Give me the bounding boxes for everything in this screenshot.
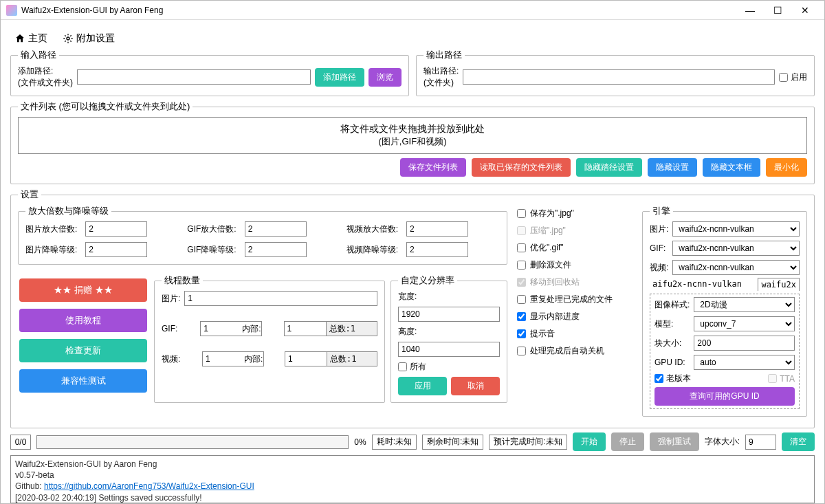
- image-denoise-spinner[interactable]: [85, 242, 147, 257]
- scale-denoise-group: 放大倍数与降噪等级 图片放大倍数: GIF放大倍数: 视频放大倍数: 图片降噪等…: [18, 205, 507, 265]
- eta: 预计完成时间:未知: [489, 435, 566, 450]
- drop-zone[interactable]: 将文件或文件夹拖拽并投放到此处 (图片,GIF和视频): [18, 117, 807, 154]
- tab-additional-settings[interactable]: 附加设置: [58, 31, 119, 46]
- gear-icon: [63, 33, 74, 44]
- donate-button[interactable]: ★★ 捐赠 ★★: [19, 278, 147, 302]
- progress-row: 0/0 0% 耗时:未知 剩余时间:未知 预计完成时间:未知 开始 停止 强制重…: [10, 432, 815, 451]
- engine-tab-2[interactable]: waifu2x: [758, 278, 800, 291]
- tab-home[interactable]: 主页: [10, 31, 52, 46]
- video-scale-spinner[interactable]: [406, 221, 468, 237]
- beep-checkbox[interactable]: 提示音: [517, 328, 632, 340]
- output-path-label: 输出路径: (文件夹): [424, 65, 459, 89]
- stop-button[interactable]: 停止: [611, 432, 644, 451]
- shutdown-checkbox[interactable]: 处理完成后自动关机: [517, 345, 632, 357]
- optimize-gif-checkbox[interactable]: 优化".gif": [517, 242, 632, 254]
- output-path-input[interactable]: [463, 69, 775, 85]
- github-link[interactable]: https://github.com/AaronFeng753/Waifu2x-…: [44, 481, 254, 491]
- show-internal-progress-checkbox[interactable]: 显示内部进度: [517, 311, 632, 322]
- compress-jpg-checkbox: 压缩".jpg": [517, 225, 632, 237]
- gif-scale-spinner[interactable]: [245, 221, 307, 237]
- window-title: Waifu2x-Extension-GUI by Aaron Feng: [21, 6, 736, 15]
- titlebar: Waifu2x-Extension-GUI by Aaron Feng — ☐ …: [1, 1, 824, 20]
- engine-group: 引擎 图片: waifu2x-ncnn-vulkan GIF: waifu2x-…: [642, 205, 807, 417]
- progress-count: 0/0: [10, 435, 31, 450]
- custom-res-apply-button[interactable]: 应用: [398, 377, 447, 395]
- custom-height-input[interactable]: [398, 342, 500, 357]
- reprocess-checkbox[interactable]: 重复处理已完成的文件: [517, 294, 632, 305]
- thread-count-group: 线程数量 图片: GIF: 内部: 总数:1: [154, 274, 385, 403]
- move-recycle-checkbox: 移动到回收站: [517, 276, 632, 288]
- minimize-button[interactable]: 最小化: [766, 158, 807, 177]
- image-style-select[interactable]: 2D动漫: [694, 297, 795, 312]
- video-denoise-spinner[interactable]: [406, 242, 468, 257]
- add-path-label: 添加路径: (文件或文件夹): [18, 65, 73, 89]
- settings-group: 设置 放大倍数与降噪等级 图片放大倍数: GIF放大倍数: 视频放大倍数: 图片…: [10, 188, 815, 428]
- app-icon: [6, 5, 17, 16]
- enable-output-checkbox[interactable]: 启用: [779, 72, 807, 83]
- hide-settings-button[interactable]: 隐藏设置: [648, 158, 697, 177]
- compat-test-button[interactable]: 兼容性测试: [19, 369, 147, 393]
- custom-width-input[interactable]: [398, 307, 500, 322]
- add-path-input[interactable]: [77, 69, 311, 85]
- gif-denoise-spinner[interactable]: [245, 242, 307, 257]
- tta-checkbox: TTA: [768, 374, 795, 384]
- log-output[interactable]: Waifu2x-Extension-GUI by Aaron Feng v0.5…: [10, 455, 815, 503]
- query-gpu-button[interactable]: 查询可用的GPU ID: [654, 387, 795, 406]
- engine-image-select[interactable]: waifu2x-ncnn-vulkan: [672, 221, 800, 237]
- main-tabs: 主页 附加设置: [10, 27, 815, 49]
- elapsed-time: 耗时:未知: [372, 435, 417, 450]
- close-window-button[interactable]: ✕: [791, 2, 819, 19]
- thread-image-spinner[interactable]: [184, 291, 377, 306]
- input-path-group: 输入路径 添加路径: (文件或文件夹) 添加路径 浏览: [10, 49, 409, 96]
- save-jpg-checkbox[interactable]: 保存为".jpg": [517, 208, 632, 219]
- check-update-button[interactable]: 检查更新: [19, 339, 147, 362]
- old-version-checkbox[interactable]: 老版本: [654, 373, 691, 384]
- file-list-group: 文件列表 (您可以拖拽文件或文件夹到此处) 将文件或文件夹拖拽并投放到此处 (图…: [10, 100, 815, 184]
- custom-res-cancel-button[interactable]: 取消: [451, 377, 500, 395]
- minimize-window-button[interactable]: —: [736, 2, 764, 19]
- model-select[interactable]: upconv_7: [694, 316, 795, 331]
- engine-gif-select[interactable]: waifu2x-ncnn-vulkan: [672, 241, 800, 256]
- add-path-button[interactable]: 添加路径: [315, 68, 364, 87]
- start-button[interactable]: 开始: [573, 432, 606, 451]
- options-checkboxes: 保存为".jpg" 压缩".jpg" 优化".gif" 删除源文件 移动到回收站…: [513, 205, 637, 421]
- tutorial-button[interactable]: 使用教程: [19, 309, 147, 332]
- output-path-group: 输出路径 输出路径: (文件夹) 启用: [416, 49, 815, 96]
- read-file-list-button[interactable]: 读取已保存的文件列表: [472, 158, 571, 177]
- thread-gif-total[interactable]: 总数:1: [326, 321, 377, 336]
- custom-res-all-checkbox[interactable]: 所有: [398, 361, 500, 373]
- progress-bar: [36, 435, 349, 449]
- image-scale-spinner[interactable]: [85, 221, 147, 237]
- engine-video-select[interactable]: waifu2x-ncnn-vulkan: [672, 260, 800, 275]
- home-icon: [14, 33, 25, 44]
- engine-tab-1[interactable]: aifu2x-ncnn-vulkan: [650, 278, 756, 291]
- hide-textbox-button[interactable]: 隐藏文本框: [703, 158, 760, 177]
- save-file-list-button[interactable]: 保存文件列表: [400, 158, 466, 177]
- maximize-window-button[interactable]: ☐: [764, 2, 791, 19]
- hide-path-settings-button[interactable]: 隐藏踏径设置: [576, 158, 642, 177]
- thread-video-total[interactable]: 总数:1: [327, 351, 377, 366]
- font-size-spinner[interactable]: [745, 435, 776, 450]
- progress-percent: 0%: [354, 437, 366, 447]
- force-retry-button[interactable]: 强制重试: [650, 432, 699, 451]
- delete-source-checkbox[interactable]: 删除源文件: [517, 259, 632, 271]
- remaining-time: 剩余时间:未知: [422, 435, 483, 450]
- clear-button[interactable]: 清空: [782, 432, 815, 451]
- svg-point-0: [67, 37, 69, 40]
- block-size-spinner[interactable]: [694, 336, 795, 351]
- custom-resolution-group: 自定义分辨率 宽度: 高度: 所有 应用 取消: [390, 274, 507, 403]
- gpu-id-select[interactable]: auto: [694, 355, 795, 370]
- browse-button[interactable]: 浏览: [368, 68, 402, 87]
